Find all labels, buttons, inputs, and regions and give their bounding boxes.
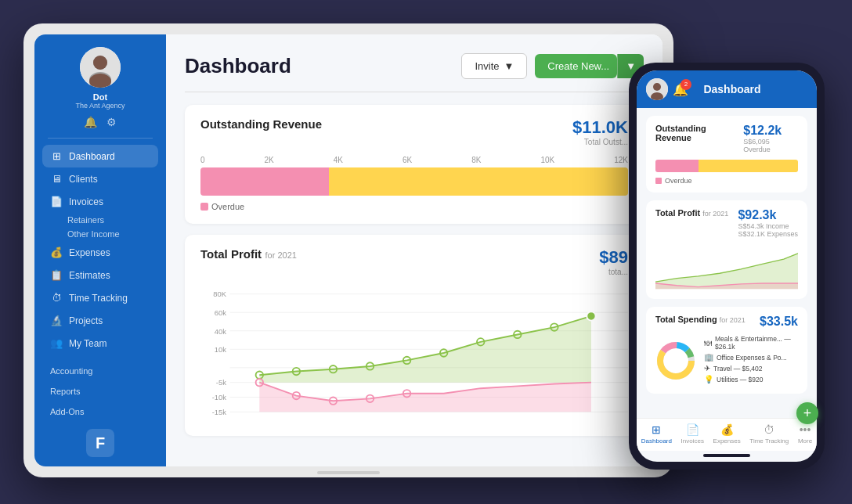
create-new-button[interactable]: Create New... (535, 54, 617, 78)
phone-nav-time-tracking[interactable]: ⏱ Time Tracking (749, 423, 789, 445)
phone-spending-title-text: Total Spending (655, 315, 717, 324)
sidebar-item-label-invoices: Invoices (69, 196, 103, 207)
sidebar-item-dashboard[interactable]: ⊞ Dashboard (42, 145, 158, 167)
settings-icon[interactable]: ⚙ (106, 116, 117, 128)
spending-items-list: 🍽 Meals & Entertainme... — $26.1k 🏢 Offi… (704, 335, 798, 386)
revenue-card-value-label: Total Outst... (572, 138, 628, 146)
phone-nav-dashboard[interactable]: ⊞ Dashboard (641, 423, 672, 445)
phone-profit-title-group: Total Profit for 2021 (655, 208, 728, 218)
sidebar-icons-row: 🔔 ⚙ (84, 116, 117, 128)
phone-header-left: 🔔 2 (646, 78, 688, 100)
fab-button[interactable]: + (796, 402, 817, 424)
estimates-icon: 📋 (50, 269, 63, 281)
sidebar-item-estimates[interactable]: 📋 Estimates (42, 264, 158, 286)
meals-icon: 🍽 (704, 339, 712, 347)
invite-button[interactable]: Invite ▼ (461, 53, 527, 79)
phone-nav-expenses-icon: 💰 (720, 423, 734, 436)
time-tracking-icon: ⏱ (50, 292, 63, 304)
sidebar-item-reports[interactable]: Reports (42, 383, 158, 399)
sidebar-item-clients[interactable]: 🖥 Clients (42, 167, 158, 190)
sidebar-item-label-expenses: Expenses (69, 247, 110, 258)
phone-revenue-title: Outstanding Revenue (655, 124, 743, 142)
profit-value: $89 (599, 247, 628, 268)
avatar (80, 47, 121, 88)
invite-label: Invite (475, 60, 499, 72)
sidebar-item-time-tracking[interactable]: ⏱ Time Tracking (42, 286, 158, 309)
phone-nav-more[interactable]: ••• More (798, 423, 812, 445)
spending-travel-label: Travel — $5,402 (713, 365, 763, 373)
phone-revenue-bar (655, 160, 798, 172)
svg-text:-5k: -5k (216, 378, 226, 387)
create-button-group: Create New... ▼ (535, 54, 644, 78)
phone-nav-invoices[interactable]: 📄 Invoices (681, 423, 704, 445)
create-label: Create New... (547, 60, 609, 72)
phone-spending-card: Total Spending for 2021 $33.5k (646, 307, 807, 394)
sidebar-item-projects[interactable]: 🔬 Projects (42, 309, 158, 332)
sidebar-item-accounting[interactable]: Accounting (42, 363, 158, 379)
phone-nav-expenses[interactable]: 💰 Expenses (713, 423, 741, 445)
sidebar-item-label-projects: Projects (69, 315, 103, 326)
phone-inner: 🔔 2 Dashboard Outstanding Revenue $12.2k… (637, 70, 817, 462)
bar-overdue (200, 167, 329, 196)
phone-revenue-value-group: $12.2k S$6,095 Overdue (743, 124, 798, 153)
sidebar-item-expenses[interactable]: 💰 Expenses (42, 241, 158, 264)
phone-content: Outstanding Revenue $12.2k S$6,095 Overd… (637, 108, 817, 418)
team-icon: 👥 (50, 337, 63, 349)
sidebar-item-label-dashboard: Dashboard (69, 151, 115, 162)
phone-revenue-value: $12.2k (743, 124, 798, 138)
sidebar-item-my-team[interactable]: 👥 My Team (42, 332, 158, 355)
phone-revenue-card-header: Outstanding Revenue $12.2k S$6,095 Overd… (655, 124, 798, 153)
svg-text:80K: 80K (213, 290, 226, 298)
svg-text:40k: 40k (215, 327, 226, 336)
axis-label-12k: 12K (614, 156, 628, 164)
phone-bar-outstanding (699, 160, 798, 172)
sidebar-item-retainers[interactable]: Retainers (67, 213, 158, 227)
phone-title: Dashboard (703, 83, 760, 95)
axis-label-4k: 4K (334, 156, 343, 164)
phone-bottom-nav: ⊞ Dashboard 📄 Invoices 💰 Expenses ⏱ Time… (637, 418, 817, 451)
phone-profit-income: S$54.3k Income (738, 222, 798, 230)
phone-revenue-sublabel: S$6,095 Overdue (743, 138, 798, 153)
phone-nav-invoices-icon: 📄 (686, 423, 699, 436)
invite-chevron-icon: ▼ (504, 60, 514, 72)
bar-axis: 0 2K 4K 6K 8K 10K 12K (200, 156, 628, 164)
spending-item-travel: ✈ Travel — $5,402 (704, 364, 798, 373)
phone-spending-title: Total Spending for 2021 (655, 315, 746, 324)
phone-header: 🔔 2 Dashboard (637, 70, 817, 108)
profit-value-group: $89 tota... (599, 247, 628, 276)
svg-text:10k: 10k (215, 345, 226, 354)
sidebar-item-add-ons[interactable]: Add-Ons (42, 404, 158, 419)
phone-nav-more-icon: ••• (800, 423, 811, 436)
profit-line-chart: 80K 60k 40k 10k -5k -10k -15k (200, 283, 628, 423)
phone-profit-subtitle: for 2021 (702, 210, 728, 218)
tablet: Dot The Ant Agency 🔔 ⚙ ⊞ Dashboard 🖥 Cli… (23, 23, 673, 477)
phone-nav-more-label: More (798, 437, 812, 445)
sidebar-item-label-my-team: My Team (69, 338, 106, 349)
svg-point-36 (653, 83, 661, 91)
phone-notification-bell[interactable]: 🔔 2 (673, 82, 688, 97)
invoices-icon: 📄 (50, 196, 63, 207)
clients-icon: 🖥 (50, 173, 63, 185)
notification-icon[interactable]: 🔔 (84, 116, 97, 128)
profit-card: Total Profit for 2021 $89 tota... (185, 235, 644, 436)
axis-label-2k: 2K (265, 156, 274, 164)
phone-profit-title-text: Total Profit (655, 208, 700, 218)
profit-chart-svg: 80K 60k 40k 10k -5k -10k -15k (200, 283, 628, 423)
phone-bar-overdue (655, 160, 699, 172)
sidebar: Dot The Ant Agency 🔔 ⚙ ⊞ Dashboard 🖥 Cli… (34, 34, 166, 466)
phone-spending-value: $33.5k (760, 315, 798, 329)
stacked-bar (200, 167, 628, 196)
notification-badge: 2 (681, 79, 691, 90)
profit-subtitle: for 2021 (265, 250, 297, 260)
phone-nav-expenses-label: Expenses (713, 437, 741, 445)
svg-text:-10k: -10k (212, 393, 227, 401)
revenue-bar-chart: 0 2K 4K 6K 8K 10K 12K (200, 156, 628, 211)
sidebar-item-invoices[interactable]: 📄 Invoices (42, 190, 158, 213)
tablet-inner: Dot The Ant Agency 🔔 ⚙ ⊞ Dashboard 🖥 Cli… (34, 34, 662, 466)
create-arrow-icon: ▼ (626, 60, 636, 72)
phone-nav-dashboard-icon: ⊞ (652, 423, 661, 436)
phone-profit-value: $92.3k (738, 208, 798, 222)
sidebar-user-company: The Ant Agency (75, 102, 125, 110)
main-content: ◀ Dashboard Invite ▼ Create New... (166, 34, 662, 466)
sidebar-item-other-income[interactable]: Other Income (67, 227, 158, 241)
